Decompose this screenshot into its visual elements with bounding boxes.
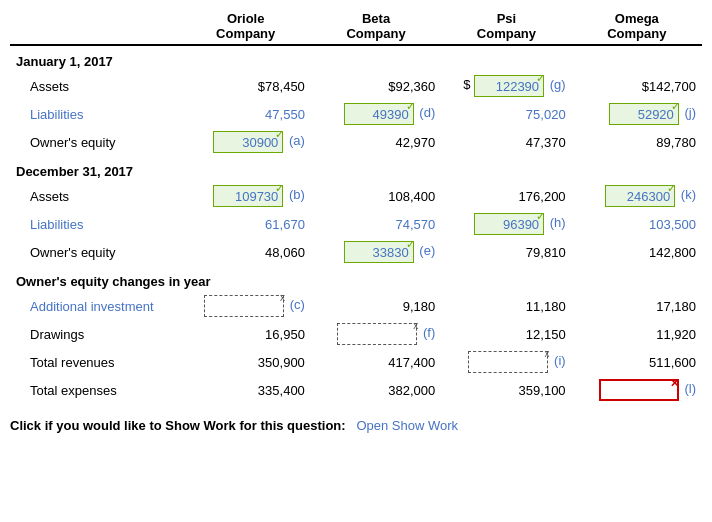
val-dec-liab-oriole: 61,670	[180, 210, 310, 238]
val-drawings-omega: 11,920	[572, 320, 702, 348]
checkmark-icon: ✓	[667, 178, 676, 198]
input-total-rev-psi[interactable]: x	[468, 351, 548, 373]
checkmark-icon: ✓	[275, 124, 284, 144]
input-jan-equity-oriole[interactable]: ✓ 30900	[213, 131, 283, 153]
letter-jan-liab-beta: (d)	[417, 105, 435, 120]
checkmark-icon: ✓	[406, 234, 415, 254]
header-oriole: Oriole Company	[180, 8, 310, 45]
input-jan-liab-omega[interactable]: ✓ 52920	[609, 103, 679, 125]
val-jan-assets-psi: $ ✓ 122390 (g)	[441, 72, 571, 100]
label-drawings: Drawings	[10, 320, 180, 348]
val-dec-assets-omega: ✓ 246300 (k)	[572, 182, 702, 210]
input-dec-liab-psi[interactable]: ✓ 96390	[474, 213, 544, 235]
val-jan-assets-beta: $92,360	[311, 72, 441, 100]
input-drawings-beta[interactable]: x	[337, 323, 417, 345]
letter-total-rev-psi: (i)	[552, 353, 566, 368]
val-total-exp-beta: 382,000	[311, 376, 441, 404]
row-total-exp: Total expenses 335,400 382,000 359,100 ✕…	[10, 376, 702, 404]
val-drawings-oriole: 16,950	[180, 320, 310, 348]
input-add-invest-oriole[interactable]: x	[204, 295, 284, 317]
show-work-prompt: Click if you would like to Show Work for…	[10, 418, 346, 433]
val-jan-equity-omega: 89,780	[572, 128, 702, 156]
letter-add-invest-oriole: (c)	[288, 297, 305, 312]
val-add-invest-oriole: x (c)	[180, 292, 310, 320]
label-total-exp: Total expenses	[10, 376, 180, 404]
checkmark-icon: ✓	[275, 178, 284, 198]
val-jan-assets-oriole: $78,450	[180, 72, 310, 100]
open-show-work-link[interactable]: Open Show Work	[356, 418, 458, 433]
val-jan-assets-omega: $142,700	[572, 72, 702, 100]
val-jan-liab-beta: ✓ 49390 (d)	[311, 100, 441, 128]
val-dec-equity-oriole: 48,060	[180, 238, 310, 266]
input-dec-equity-beta[interactable]: ✓ 33830	[344, 241, 414, 263]
val-add-invest-beta: 9,180	[311, 292, 441, 320]
row-jan-assets: Assets $78,450 $92,360 $ ✓ 122390 (g) $1…	[10, 72, 702, 100]
val-jan-liab-oriole: 47,550	[180, 100, 310, 128]
label-dec-equity: Owner's equity	[10, 238, 180, 266]
label-dec-liab: Liabilities	[10, 210, 180, 238]
checkmark-icon: ✓	[536, 206, 545, 226]
input-total-exp-omega[interactable]: ✕	[599, 379, 679, 401]
input-jan-assets-psi[interactable]: ✓ 122390	[474, 75, 544, 97]
row-jan-liabilities: Liabilities 47,550 ✓ 49390 (d) 75,020 ✓ …	[10, 100, 702, 128]
val-jan-equity-beta: 42,970	[311, 128, 441, 156]
input-dec-assets-omega[interactable]: ✓ 246300	[605, 185, 675, 207]
letter-drawings-beta: (f)	[421, 325, 435, 340]
val-dec-liab-psi: ✓ 96390 (h)	[441, 210, 571, 238]
row-total-rev: Total revenues 350,900 417,400 x (i) 511…	[10, 348, 702, 376]
val-dec-assets-oriole: ✓ 109730 (b)	[180, 182, 310, 210]
val-drawings-beta: x (f)	[311, 320, 441, 348]
letter-jan-liab-omega: (j)	[682, 105, 696, 120]
letter-jan-assets-psi: (g)	[548, 77, 566, 92]
val-jan-equity-oriole: ✓ 30900 (a)	[180, 128, 310, 156]
letter-dec-equity-beta: (e)	[417, 243, 435, 258]
letter-total-exp-omega: (l)	[682, 381, 696, 396]
val-total-rev-omega: 511,600	[572, 348, 702, 376]
val-total-rev-psi: x (i)	[441, 348, 571, 376]
label-total-rev: Total revenues	[10, 348, 180, 376]
label-jan-assets: Assets	[10, 72, 180, 100]
header-omega: Omega Company	[572, 8, 702, 45]
val-dec-liab-omega: 103,500	[572, 210, 702, 238]
label-jan-liab: Liabilities	[10, 100, 180, 128]
row-add-invest: Additional investment x (c) 9,180 11,180…	[10, 292, 702, 320]
val-dec-assets-beta: 108,400	[311, 182, 441, 210]
x-mark-icon: x	[544, 344, 549, 364]
show-work-section: Click if you would like to Show Work for…	[10, 418, 702, 433]
x-mark-icon: ✕	[670, 373, 679, 393]
val-dec-equity-psi: 79,810	[441, 238, 571, 266]
row-dec-assets: Assets ✓ 109730 (b) 108,400 176,200 ✓ 24…	[10, 182, 702, 210]
val-total-exp-oriole: 335,400	[180, 376, 310, 404]
letter-dec-assets-oriole: (b)	[287, 187, 305, 202]
row-dec-equity: Owner's equity 48,060 ✓ 33830 (e) 79,810…	[10, 238, 702, 266]
val-dec-equity-omega: 142,800	[572, 238, 702, 266]
val-total-rev-oriole: 350,900	[180, 348, 310, 376]
letter-dec-assets-omega: (k)	[679, 187, 696, 202]
val-jan-liab-psi: 75,020	[441, 100, 571, 128]
checkmark-icon: ✓	[536, 68, 545, 88]
val-jan-liab-omega: ✓ 52920 (j)	[572, 100, 702, 128]
section-jan2017: January 1, 2017	[10, 45, 702, 72]
label-jan-equity: Owner's equity	[10, 128, 180, 156]
val-total-exp-psi: 359,100	[441, 376, 571, 404]
psi-dollar: $	[463, 77, 470, 92]
val-dec-equity-beta: ✓ 33830 (e)	[311, 238, 441, 266]
val-total-exp-omega: ✕ (l)	[572, 376, 702, 404]
header-psi: Psi Company	[441, 8, 571, 45]
letter-jan-equity-oriole: (a)	[287, 133, 305, 148]
val-dec-liab-beta: 74,570	[311, 210, 441, 238]
val-drawings-psi: 12,150	[441, 320, 571, 348]
x-mark-icon: x	[413, 316, 418, 336]
header-beta: Beta Company	[311, 8, 441, 45]
section-dec2017: December 31, 2017	[10, 156, 702, 182]
val-dec-assets-psi: 176,200	[441, 182, 571, 210]
val-jan-equity-psi: 47,370	[441, 128, 571, 156]
input-jan-liab-beta[interactable]: ✓ 49390	[344, 103, 414, 125]
label-add-invest: Additional investment	[10, 292, 180, 320]
checkmark-icon: ✓	[406, 96, 415, 116]
row-jan-equity: Owner's equity ✓ 30900 (a) 42,970 47,370…	[10, 128, 702, 156]
val-total-rev-beta: 417,400	[311, 348, 441, 376]
section-equity-changes: Owner's equity changes in year	[10, 266, 702, 292]
input-dec-assets-oriole[interactable]: ✓ 109730	[213, 185, 283, 207]
label-dec-assets: Assets	[10, 182, 180, 210]
